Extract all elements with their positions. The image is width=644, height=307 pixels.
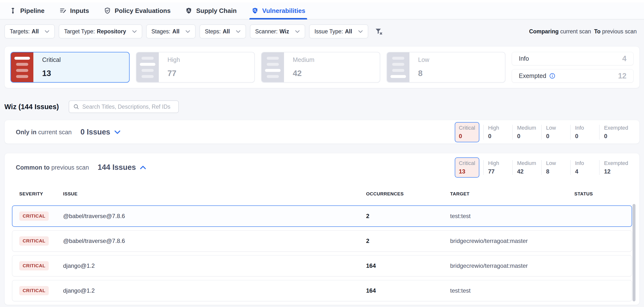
scanner-title: Wiz (144 Issues)	[4, 103, 59, 111]
tab-supply-chain[interactable]: Supply Chain	[185, 2, 236, 19]
filter-target-type[interactable]: Target Type: Repository	[59, 24, 142, 38]
only-in-current-scan-section: Only in current scan 0 Issues Critical 0…	[4, 120, 640, 144]
chip-value: 0	[517, 133, 541, 140]
filter-label: Targets:	[10, 28, 30, 35]
tab-label: Supply Chain	[196, 7, 236, 14]
table-row[interactable]: CRITICAL django@1.2 164 bridgecrewio/ter…	[12, 255, 632, 276]
tab-pipeline[interactable]: Pipeline	[9, 2, 44, 19]
occurrences-cell: 164	[366, 262, 450, 269]
pipeline-icon	[9, 7, 16, 14]
severity-card-label: Low	[418, 56, 430, 63]
target-cell: bridgecrewio/terragoat:master	[450, 238, 574, 244]
chevron-down-icon[interactable]	[114, 130, 120, 134]
tab-label: Pipeline	[20, 7, 44, 14]
chip-info[interactable]: Info 4	[570, 160, 599, 175]
severity-card-critical[interactable]: Critical 13	[10, 52, 130, 82]
common-to-issues-toggle[interactable]: 144 Issues	[98, 163, 146, 172]
policy-check-icon	[104, 7, 111, 14]
filter-scanner[interactable]: Scanner: Wiz	[250, 24, 305, 38]
severity-card-medium[interactable]: Medium 42	[261, 52, 380, 82]
tab-policy-evaluations[interactable]: Policy Evaluations	[104, 2, 171, 19]
filter-bar: Targets: All Target Type: Repository Sta…	[4, 24, 637, 38]
chip-critical[interactable]: Critical 0	[455, 122, 479, 142]
section-label-bold: Only in	[16, 129, 36, 136]
chip-value: 0	[604, 133, 628, 140]
col-occurrences: OCCURRENCES	[366, 191, 450, 197]
tab-inputs[interactable]: Inputs	[59, 2, 89, 19]
chip-low[interactable]: Low 8	[541, 160, 570, 175]
table-row[interactable]: CRITICAL django@1.2 164 test:test	[12, 280, 632, 302]
severity-card-info[interactable]: Info 4	[512, 52, 634, 65]
chip-label: High	[488, 160, 512, 166]
issues-count-label: 0 Issues	[80, 128, 110, 136]
side-card-column: Info 4 Exempted 12	[512, 52, 634, 82]
table-row[interactable]: CRITICAL @babel/traverse@7.8.6 2 bridgec…	[12, 230, 632, 252]
chip-value: 42	[517, 168, 541, 175]
filter-label: Scanner:	[255, 28, 278, 35]
chip-info[interactable]: Info 0	[570, 125, 599, 140]
side-card-label: Exempted	[519, 72, 546, 80]
chip-label: Medium	[517, 125, 541, 131]
chip-medium[interactable]: Medium 42	[512, 160, 541, 175]
filter-steps[interactable]: Steps: All	[200, 24, 246, 38]
only-in-issues-toggle[interactable]: 0 Issues	[80, 128, 120, 136]
issue-cell: @babel/traverse@7.8.6	[63, 238, 366, 244]
chip-exempted[interactable]: Exempted 12	[599, 160, 628, 175]
occurrences-cell: 2	[366, 238, 450, 244]
filter-value: Wiz	[280, 28, 289, 35]
chip-exempted[interactable]: Exempted 0	[599, 125, 628, 140]
chip-label: Low	[546, 125, 570, 131]
col-status: STATUS	[574, 191, 632, 197]
section-label-rest: current scan	[38, 129, 72, 136]
severity-card-exempted[interactable]: Exempted 12	[512, 69, 634, 82]
filter-targets[interactable]: Targets: All	[4, 24, 55, 38]
filter-stages[interactable]: Stages: All	[146, 24, 196, 38]
chip-value: 8	[546, 168, 570, 175]
section-label-bold: Common to	[16, 164, 50, 171]
clear-filters-icon[interactable]	[374, 27, 383, 36]
search-icon	[73, 104, 80, 110]
col-severity: SEVERITY	[19, 191, 63, 197]
severity-card-count: 42	[293, 69, 314, 78]
severity-card-low[interactable]: Low 8	[386, 52, 506, 82]
issue-cell: django@1.2	[63, 262, 366, 269]
chip-low[interactable]: Low 0	[541, 125, 570, 140]
severity-badge: CRITICAL	[19, 236, 49, 246]
table-row[interactable]: CRITICAL @babel/traverse@7.8.6 2 test:te…	[12, 206, 632, 227]
chip-value: 77	[488, 168, 512, 175]
chip-critical[interactable]: Critical 13	[455, 158, 479, 178]
search-box	[69, 100, 179, 113]
chip-high[interactable]: High 0	[483, 125, 512, 140]
severity-card-count: 77	[168, 69, 180, 78]
search-input[interactable]	[82, 104, 174, 110]
filter-value: All	[32, 28, 39, 35]
severity-badge: CRITICAL	[19, 212, 49, 221]
comparing-word: Comparing	[529, 28, 558, 34]
chip-high[interactable]: High 77	[483, 160, 512, 175]
vertical-scrollbar[interactable]	[632, 204, 636, 302]
occurrences-cell: 164	[366, 287, 450, 294]
chip-label: Exempted	[604, 125, 628, 131]
section-label: Only in current scan	[16, 129, 72, 136]
chip-value: 4	[575, 168, 599, 175]
severity-card-label: Critical	[42, 56, 61, 63]
severity-rank-icon	[11, 52, 33, 82]
severity-card-high[interactable]: High 77	[136, 52, 255, 82]
severity-rank-icon	[136, 52, 159, 82]
target-cell: bridgecrewio/terragoat:master	[450, 262, 574, 269]
chevron-down-icon	[295, 30, 300, 33]
tab-vulnerabilities[interactable]: Vulnerabilities	[251, 2, 306, 19]
target-cell: test:test	[450, 287, 574, 294]
chip-label: Critical	[459, 160, 475, 166]
tab-bar: Pipeline Inputs Policy Evaluations Suppl…	[0, 2, 644, 20]
chevron-down-icon	[358, 30, 363, 33]
inputs-icon	[59, 7, 66, 14]
col-issue: ISSUE	[63, 191, 366, 197]
current-scan-label: current scan	[560, 28, 591, 34]
filter-issue-type[interactable]: Issue Type: All	[309, 24, 368, 38]
chevron-up-icon[interactable]	[140, 166, 146, 170]
chip-medium[interactable]: Medium 0	[512, 125, 541, 140]
chip-value: 12	[604, 168, 628, 175]
info-icon[interactable]	[549, 73, 555, 79]
tab-label: Policy Evaluations	[115, 7, 171, 14]
